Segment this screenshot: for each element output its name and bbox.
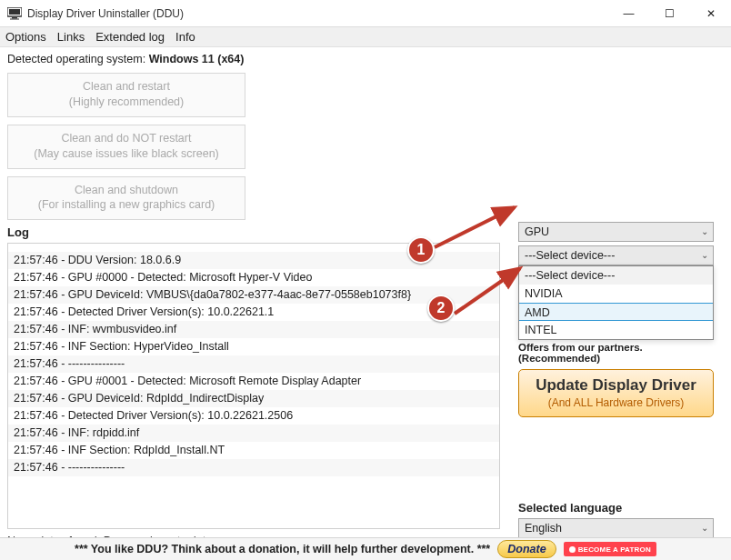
- device-type-value: GPU: [525, 225, 549, 238]
- log-entry: 21:57:46 - Detected Driver Version(s): 1…: [8, 407, 499, 425]
- detected-os: Detected operating system: Windows 11 (x…: [7, 53, 724, 65]
- log-entry: 21:57:46 - GPU DeviceId: RdpIdd_Indirect…: [8, 390, 499, 407]
- log-entry: 21:57:46 - ---------------: [8, 355, 499, 373]
- close-button[interactable]: ✕: [690, 0, 731, 26]
- maximize-button[interactable]: ☐: [649, 0, 690, 26]
- device-select[interactable]: ---Select device--- ⌄: [518, 245, 714, 265]
- device-select-dropdown: ---Select device--- NVIDIA AMD INTEL: [518, 265, 714, 340]
- svg-rect-2: [12, 17, 17, 19]
- patreon-icon: [569, 546, 576, 553]
- clean-restart-line2: (Highly recommended): [15, 95, 237, 110]
- log-entry: 21:57:46 - INF: wvmbusvideo.inf: [8, 321, 499, 338]
- detected-os-label: Detected operating system:: [7, 53, 149, 65]
- clean-shutdown-line2: (For installing a new graphics card): [15, 197, 237, 213]
- annotation-callout-2: 2: [427, 295, 455, 322]
- right-column: GPU ⌄ ---Select device--- ⌄ ---Select de…: [518, 222, 718, 538]
- menu-links[interactable]: Links: [57, 30, 85, 44]
- language-value: English: [525, 522, 562, 535]
- menu-options[interactable]: Options: [5, 30, 46, 44]
- chevron-down-icon: ⌄: [701, 226, 708, 236]
- device-option-nvidia[interactable]: NVIDIA: [519, 285, 713, 303]
- clean-restart-button[interactable]: Clean and restart (Highly recommended): [7, 73, 245, 117]
- update-driver-button[interactable]: Update Display Driver (And ALL Hardware …: [518, 369, 714, 417]
- clean-shutdown-line1: Clean and shutdown: [15, 183, 237, 198]
- window-controls: — ☐ ✕: [608, 0, 731, 26]
- footer: *** You like DDU? Think about a donation…: [0, 537, 731, 560]
- log-entry: 21:57:46 - INF Section: RdpIdd_Install.N…: [8, 442, 499, 459]
- chevron-down-icon: ⌄: [701, 523, 708, 533]
- log-list: 21:57:46 - DDU Version: 18.0.6.9 21:57:4…: [8, 244, 499, 476]
- app-icon: [7, 6, 22, 21]
- language-select[interactable]: English ⌄: [518, 518, 714, 538]
- titlebar: Display Driver Uninstaller (DDU) — ☐ ✕: [0, 0, 731, 27]
- annotation-callout-1: 1: [407, 236, 435, 264]
- log-entry: 21:57:46 - INF: rdpidd.inf: [8, 425, 499, 442]
- log-entry: 21:57:46 - GPU #0000 - Detected: Microso…: [8, 269, 499, 286]
- menubar: Options Links Extended log Info: [0, 27, 731, 47]
- log-entry: 21:57:46 - GPU #0001 - Detected: Microso…: [8, 373, 499, 390]
- clean-shutdown-button[interactable]: Clean and shutdown (For installing a new…: [7, 176, 245, 221]
- donate-button[interactable]: Donate: [497, 540, 556, 558]
- menu-extended-log[interactable]: Extended log: [95, 30, 165, 44]
- device-type-select[interactable]: GPU ⌄: [518, 222, 714, 242]
- log-entry: 21:57:46 - INF Section: HyperVideo_Insta…: [8, 338, 499, 355]
- update-driver-line1: Update Display Driver: [525, 376, 707, 395]
- log-entry: 21:57:46 - GPU DeviceId: VMBUS\{da0a7802…: [8, 286, 499, 304]
- patron-button[interactable]: BECOME A PATRON: [564, 542, 656, 556]
- svg-rect-1: [9, 9, 20, 15]
- content-area: Detected operating system: Windows 11 (x…: [0, 47, 731, 511]
- svg-rect-3: [10, 18, 19, 19]
- menu-info[interactable]: Info: [175, 30, 195, 44]
- clean-restart-line1: Clean and restart: [15, 79, 237, 95]
- language-label: Selected language: [518, 501, 718, 515]
- clean-no-restart-line2: (May cause issues like black screen): [15, 146, 237, 162]
- device-option-intel[interactable]: INTEL: [519, 321, 713, 339]
- chevron-down-icon: ⌄: [701, 250, 708, 260]
- log-entry: 21:57:46 - Detected Driver Version(s): 1…: [8, 304, 499, 321]
- offers-label: Offers from our partners. (Recommended): [518, 342, 718, 364]
- detected-os-value: Windows 11 (x64): [149, 53, 245, 65]
- log-box[interactable]: 21:57:46 - DDU Version: 18.0.6.9 21:57:4…: [7, 243, 500, 529]
- log-entry: 21:57:46 - ---------------: [8, 459, 499, 476]
- clean-no-restart-line1: Clean and do NOT restart: [15, 131, 237, 146]
- window-title: Display Driver Uninstaller (DDU): [27, 7, 184, 20]
- footer-text: *** You like DDU? Think about a donation…: [75, 543, 490, 555]
- minimize-button[interactable]: —: [608, 0, 649, 26]
- patron-label: BECOME A PATRON: [578, 545, 651, 554]
- clean-no-restart-button[interactable]: Clean and do NOT restart (May cause issu…: [7, 125, 245, 169]
- device-option-placeholder[interactable]: ---Select device---: [519, 266, 713, 285]
- device-option-amd[interactable]: AMD: [519, 303, 713, 321]
- update-driver-line2: (And ALL Hardware Drivers): [525, 396, 707, 409]
- device-select-value: ---Select device---: [525, 249, 615, 262]
